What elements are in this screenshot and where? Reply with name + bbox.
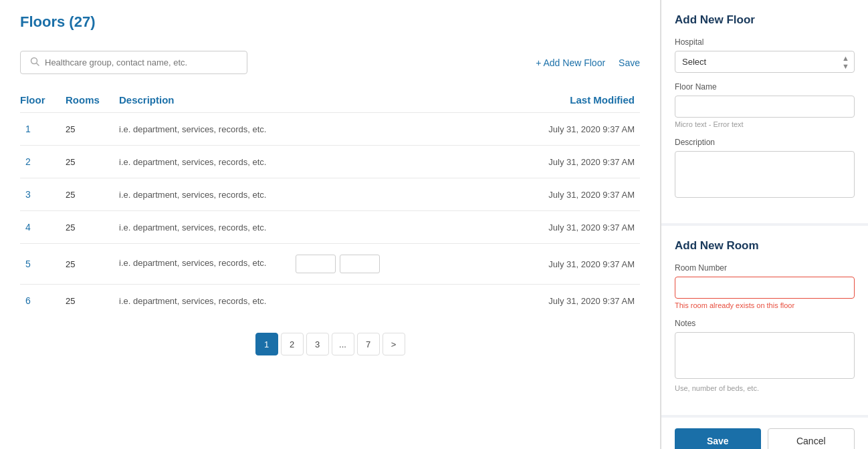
col-header-last-modified: Last Modified bbox=[506, 88, 640, 113]
toolbar-actions: + Add New Floor Save bbox=[536, 57, 640, 68]
notes-group: Notes Use, number of beds, etc. bbox=[675, 319, 855, 392]
page-btn-1[interactable]: 1 bbox=[255, 333, 278, 355]
last-modified-cell: July 31, 2020 9:37 AM bbox=[506, 244, 640, 285]
search-icon bbox=[30, 57, 39, 68]
floor-link[interactable]: 4 bbox=[25, 222, 31, 233]
floor-link[interactable]: 3 bbox=[25, 189, 31, 200]
room-number-input[interactable] bbox=[675, 277, 855, 299]
main-panel: Floors (27) + Add New Floor Save Floor R… bbox=[0, 0, 661, 449]
floor-cell: 4 bbox=[20, 211, 60, 244]
page-title: Floors (27) bbox=[20, 13, 640, 31]
inline-edit-input-1[interactable] bbox=[296, 255, 336, 273]
add-new-floor-section: Add New Floor Hospital Select ▲▼ Floor N… bbox=[661, 0, 868, 226]
table-row: 1 25 i.e. department, services, records,… bbox=[20, 113, 640, 146]
hospital-group: Hospital Select ▲▼ bbox=[675, 37, 855, 73]
description-cell: i.e. department, services, records, etc. bbox=[114, 211, 506, 244]
description-cell: i.e. department, services, records, etc. bbox=[114, 146, 506, 178]
floor-link[interactable]: 5 bbox=[25, 259, 31, 269]
last-modified-cell: July 31, 2020 9:37 AM bbox=[506, 146, 640, 178]
floor-description-group: Description bbox=[675, 138, 855, 200]
rooms-cell: 25 bbox=[60, 178, 114, 211]
hospital-select[interactable]: Select bbox=[675, 51, 855, 73]
notes-label: Notes bbox=[675, 319, 855, 328]
table-row: 6 25 i.e. department, services, records,… bbox=[20, 285, 640, 317]
hospital-select-wrapper: Select ▲▼ bbox=[675, 51, 855, 73]
floor-cell: 3 bbox=[20, 178, 60, 211]
add-new-floor-title: Add New Floor bbox=[675, 13, 855, 27]
room-cancel-button[interactable]: Cancel bbox=[768, 428, 855, 449]
table-row: 4 25 i.e. department, services, records,… bbox=[20, 211, 640, 244]
rooms-cell: 25 bbox=[60, 146, 114, 178]
table-header-row: Floor Rooms Description Last Modified bbox=[20, 88, 640, 113]
last-modified-cell: July 31, 2020 9:37 AM bbox=[506, 211, 640, 244]
last-modified-cell: July 31, 2020 9:37 AM bbox=[506, 178, 640, 211]
table-row: 5 25 i.e. department, services, records,… bbox=[20, 244, 640, 285]
right-panel: Add New Floor Hospital Select ▲▼ Floor N… bbox=[661, 0, 868, 449]
col-header-description: Description bbox=[114, 88, 506, 113]
inline-edit-input-2[interactable] bbox=[340, 255, 380, 273]
floor-cell: 2 bbox=[20, 146, 60, 178]
table-row: 3 25 i.e. department, services, records,… bbox=[20, 178, 640, 211]
room-number-group: Room Number This room already exists on … bbox=[675, 263, 855, 309]
page-btn-7[interactable]: 7 bbox=[357, 333, 380, 355]
save-link[interactable]: Save bbox=[619, 57, 640, 68]
add-new-room-section: Add New Room Room Number This room alrea… bbox=[661, 226, 868, 418]
room-save-button[interactable]: Save bbox=[675, 428, 761, 449]
floor-name-group: Floor Name Micro text - Error text bbox=[675, 82, 855, 128]
rooms-cell: 25 bbox=[60, 113, 114, 146]
page-btn-next[interactable]: > bbox=[383, 333, 405, 355]
pagination: 1 2 3 ... 7 > bbox=[20, 333, 640, 355]
table-row: 2 25 i.e. department, services, records,… bbox=[20, 146, 640, 178]
page-btn-3[interactable]: 3 bbox=[306, 333, 329, 355]
floors-table: Floor Rooms Description Last Modified 1 … bbox=[20, 88, 640, 317]
floor-description-input[interactable] bbox=[675, 151, 855, 198]
add-new-floor-link[interactable]: + Add New Floor bbox=[536, 57, 605, 68]
last-modified-cell: July 31, 2020 9:37 AM bbox=[506, 113, 640, 146]
description-cell: i.e. department, services, records, etc. bbox=[114, 244, 506, 285]
col-header-floor: Floor bbox=[20, 88, 60, 113]
floor-cell: 6 bbox=[20, 285, 60, 317]
page-btn-ellipsis: ... bbox=[332, 333, 354, 355]
rooms-cell: 25 bbox=[60, 211, 114, 244]
toolbar: + Add New Floor Save bbox=[20, 51, 640, 74]
description-cell: i.e. department, services, records, etc. bbox=[114, 178, 506, 211]
notes-input[interactable] bbox=[675, 332, 855, 379]
room-number-label: Room Number bbox=[675, 263, 855, 273]
rooms-cell: 25 bbox=[60, 285, 114, 317]
floor-name-input[interactable] bbox=[675, 96, 855, 118]
floor-description-label: Description bbox=[675, 138, 855, 147]
description-cell: i.e. department, services, records, etc. bbox=[114, 113, 506, 146]
hospital-label: Hospital bbox=[675, 37, 855, 47]
col-header-rooms: Rooms bbox=[60, 88, 114, 113]
floor-link[interactable]: 1 bbox=[25, 124, 31, 134]
page-btn-2[interactable]: 2 bbox=[281, 333, 304, 355]
search-input[interactable] bbox=[45, 57, 237, 67]
floor-link[interactable]: 2 bbox=[25, 156, 31, 167]
floor-cell: 5 bbox=[20, 244, 60, 285]
floor-name-error-text: Micro text - Error text bbox=[675, 120, 855, 128]
floor-name-label: Floor Name bbox=[675, 82, 855, 92]
search-box[interactable] bbox=[20, 51, 247, 74]
panel-actions: Save Cancel bbox=[661, 418, 868, 449]
svg-line-1 bbox=[37, 63, 39, 66]
floor-link[interactable]: 6 bbox=[25, 295, 31, 306]
description-cell: i.e. department, services, records, etc. bbox=[114, 285, 506, 317]
notes-hint-text: Use, number of beds, etc. bbox=[675, 384, 855, 392]
add-new-room-title: Add New Room bbox=[675, 239, 855, 253]
last-modified-cell: July 31, 2020 9:37 AM bbox=[506, 285, 640, 317]
room-error-text: This room already exists on this floor bbox=[675, 301, 855, 309]
floor-cell: 1 bbox=[20, 113, 60, 146]
rooms-cell: 25 bbox=[60, 244, 114, 285]
